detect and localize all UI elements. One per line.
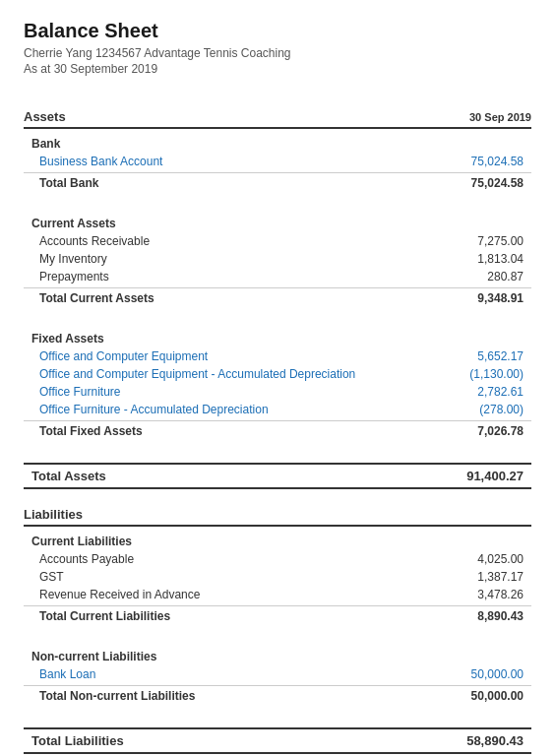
total-liabilities-row: Total Liabilities 58,890.43: [24, 727, 531, 754]
total-current-assets-label: Total Current Assets: [39, 291, 154, 305]
accounts-payable-label: Accounts Payable: [39, 552, 134, 566]
table-row: Office and Computer Equipment 5,652.17: [24, 347, 531, 365]
bank-account-value: 75,024.58: [445, 155, 524, 168]
table-row: Revenue Received in Advance 3,478.26: [24, 586, 531, 603]
subtitle-company: Cherrie Yang 1234567 Advantage Tennis Co…: [24, 46, 531, 60]
inventory-value: 1,813.04: [445, 252, 524, 266]
table-row: Office Furniture - Accumulated Depreciat…: [24, 401, 531, 418]
accounts-receivable-value: 7,275.00: [445, 234, 524, 248]
table-row: Prepayments 280.87: [24, 268, 531, 285]
office-furniture-accum-label[interactable]: Office Furniture - Accumulated Depreciat…: [39, 403, 269, 416]
table-row: Bank Loan 50,000.00: [24, 665, 531, 683]
table-row: My Inventory 1,813.04: [24, 250, 531, 268]
prepayments-value: 280.87: [445, 270, 524, 284]
noncurrent-liabilities-subsection-header: Non-current Liabilities: [24, 644, 531, 665]
office-computer-label[interactable]: Office and Computer Equipment: [39, 349, 208, 363]
total-bank-label: Total Bank: [39, 176, 98, 190]
office-furniture-label[interactable]: Office Furniture: [39, 385, 120, 399]
accounts-payable-value: 4,025.00: [445, 552, 524, 566]
fixed-assets-subsection-header: Fixed Assets: [24, 326, 531, 347]
assets-section-title: Assets: [24, 109, 66, 124]
table-row: Business Bank Account 75,024.58: [24, 153, 531, 170]
total-fixed-assets-value: 7,026.78: [477, 424, 524, 438]
total-liabilities-value: 58,890.43: [466, 733, 524, 748]
total-current-liabilities-row: Total Current Liabilities 8,890.43: [24, 605, 531, 626]
table-row: Office and Computer Equipment - Accumula…: [24, 365, 531, 383]
table-row: GST 1,387.17: [24, 568, 531, 586]
total-noncurrent-liabilities-value: 50,000.00: [471, 689, 524, 703]
office-computer-value: 5,652.17: [445, 349, 524, 363]
total-noncurrent-liabilities-row: Total Non-current Liabilities 50,000.00: [24, 685, 531, 706]
liabilities-section-title: Liabilities: [24, 507, 83, 522]
total-fixed-assets-label: Total Fixed Assets: [39, 424, 143, 438]
total-assets-row: Total Assets 91,400.27: [24, 463, 531, 489]
revenue-advance-label: Revenue Received in Advance: [39, 588, 200, 601]
bank-loan-value: 50,000.00: [445, 667, 524, 681]
table-row: Accounts Payable 4,025.00: [24, 550, 531, 568]
total-liabilities-label: Total Liabilities: [31, 733, 124, 748]
prepayments-label: Prepayments: [39, 270, 109, 284]
page-title: Balance Sheet: [24, 20, 531, 42]
gst-value: 1,387.17: [445, 570, 524, 584]
total-current-liabilities-label: Total Current Liabilities: [39, 609, 170, 623]
subtitle-date: As at 30 September 2019: [24, 62, 531, 76]
date-column-header: 30 Sep 2019: [469, 111, 531, 123]
table-row: Office Furniture 2,782.61: [24, 383, 531, 401]
revenue-advance-value: 3,478.26: [445, 588, 524, 601]
gst-label: GST: [39, 570, 64, 584]
bank-account-label[interactable]: Business Bank Account: [39, 155, 162, 168]
current-liabilities-subsection-header: Current Liabilities: [24, 529, 531, 550]
bank-subsection-header: Bank: [24, 131, 531, 153]
office-computer-accum-value: (1,130.00): [445, 367, 524, 381]
total-noncurrent-liabilities-label: Total Non-current Liabilities: [39, 689, 195, 703]
current-assets-subsection-header: Current Assets: [24, 211, 531, 232]
total-current-assets-row: Total Current Assets 9,348.91: [24, 287, 531, 308]
office-furniture-value: 2,782.61: [445, 385, 524, 399]
total-bank-value: 75,024.58: [471, 176, 524, 190]
total-assets-value: 91,400.27: [466, 469, 524, 483]
total-current-liabilities-value: 8,890.43: [477, 609, 524, 623]
table-row: Accounts Receivable 7,275.00: [24, 232, 531, 250]
inventory-label: My Inventory: [39, 252, 107, 266]
accounts-receivable-label: Accounts Receivable: [39, 234, 150, 248]
total-current-assets-value: 9,348.91: [477, 291, 524, 305]
office-furniture-accum-value: (278.00): [445, 403, 524, 416]
total-assets-label: Total Assets: [31, 469, 106, 483]
office-computer-accum-label[interactable]: Office and Computer Equipment - Accumula…: [39, 367, 355, 381]
bank-loan-label[interactable]: Bank Loan: [39, 667, 95, 681]
total-fixed-assets-row: Total Fixed Assets 7,026.78: [24, 420, 531, 441]
total-bank-row: Total Bank 75,024.58: [24, 172, 531, 193]
